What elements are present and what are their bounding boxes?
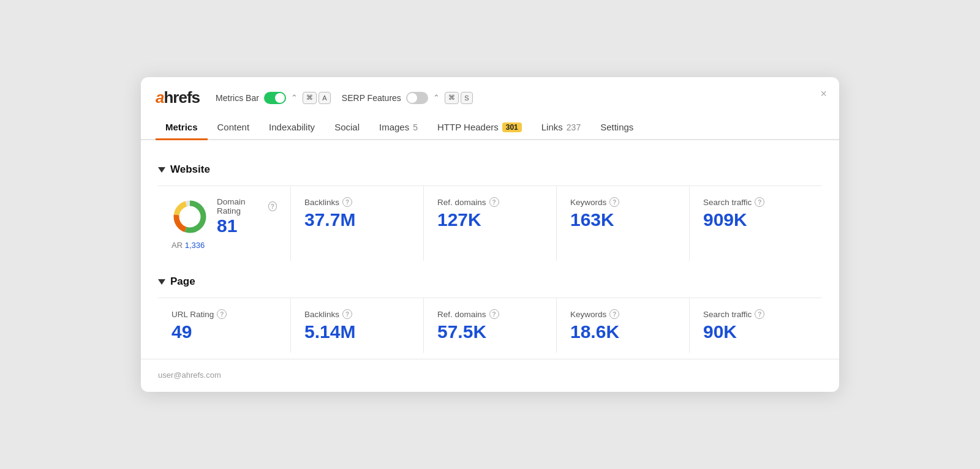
page-backlinks-label: Backlinks ? [304,309,410,319]
website-metric-search-traffic: Search traffic ? 909K [690,186,822,261]
page-backlinks-value: 5.14M [304,321,410,342]
page-metric-backlinks: Backlinks ? 5.14M [291,298,424,353]
tab-images-count: 5 [413,122,418,132]
page-metric-ref-domains: Ref. domains ? 57.5K [424,298,557,353]
domain-rating-value: 81 [217,216,277,236]
website-metric-ref-domains: Ref. domains ? 127K [424,186,557,261]
tab-http-headers-label: HTTP Headers [437,122,499,132]
backlinks-help[interactable]: ? [342,197,352,207]
page-metric-keywords: Keywords ? 18.6K [557,298,690,353]
ar-label: AR [172,241,183,250]
main-content: Website [141,140,839,353]
tab-links[interactable]: Links 237 [532,116,590,140]
website-collapse-icon[interactable] [158,167,165,173]
serp-features-section: SERP Features ⌃ ⌘ S [342,92,473,104]
page-section: Page URL Rating ? 49 Backlinks ? [158,276,822,353]
metrics-bar-kbd2: A [318,92,331,104]
metrics-bar-up-icon[interactable]: ⌃ [291,93,298,102]
tabs-nav: Metrics Content Indexability Social Imag… [141,116,839,140]
page-backlinks-help[interactable]: ? [342,309,352,319]
tab-images-label: Images [379,122,409,132]
metrics-bar-label: Metrics Bar [216,93,259,103]
main-panel: ahrefs Metrics Bar ⌃ ⌘ A SERP Features ⌃… [141,77,839,392]
serp-features-kbd1: ⌘ [445,92,459,104]
tab-content[interactable]: Content [208,116,260,140]
footer: user@ahrefs.com [141,359,839,392]
tab-metrics-label: Metrics [165,122,198,132]
website-metric-backlinks: Backlinks ? 37.7M [291,186,424,261]
ar-value[interactable]: 1,336 [185,241,205,250]
ar-row: AR 1,336 [172,241,205,250]
search-traffic-label: Search traffic ? [703,197,809,207]
tab-content-label: Content [217,122,250,132]
page-keywords-help[interactable]: ? [609,309,619,319]
tab-settings[interactable]: Settings [590,116,643,140]
serp-features-toggle[interactable] [406,92,428,104]
page-search-traffic-label: Search traffic ? [703,309,809,319]
url-rating-value: 49 [172,321,277,342]
website-section: Website [158,163,822,261]
metrics-bar-kbd-group: ⌘ A [303,92,331,104]
ref-domains-help[interactable]: ? [489,197,499,207]
page-metric-url-rating: URL Rating ? 49 [158,298,291,353]
metrics-bar-toggle[interactable] [264,92,286,104]
domain-rating-label: Domain Rating ? [217,197,277,216]
tab-indexability[interactable]: Indexability [259,116,325,140]
url-rating-label: URL Rating ? [172,309,277,319]
serp-features-kbd-group: ⌘ S [445,92,473,104]
logo-rest: hrefs [164,88,200,107]
close-button[interactable]: × [820,88,827,99]
search-traffic-help[interactable]: ? [755,197,764,207]
website-metric-keywords: Keywords ? 163K [557,186,690,261]
page-search-traffic-help[interactable]: ? [755,309,764,319]
keywords-label: Keywords ? [570,197,676,207]
serp-features-label: SERP Features [342,93,401,103]
footer-user: user@ahrefs.com [158,370,221,380]
website-metrics-row: Domain Rating ? 81 AR 1,336 Backlin [158,186,822,261]
website-section-header: Website [158,163,822,176]
tab-social[interactable]: Social [325,116,369,140]
tab-http-headers-badge: 301 [502,122,522,132]
toolbar: ahrefs Metrics Bar ⌃ ⌘ A SERP Features ⌃… [141,77,839,107]
keywords-value: 163K [570,209,676,230]
website-section-title: Website [170,163,210,176]
page-search-traffic-value: 90K [703,321,809,342]
keywords-help[interactable]: ? [609,197,619,207]
dr-top: Domain Rating ? 81 [172,197,277,236]
tab-settings-label: Settings [600,122,633,132]
page-section-header: Page [158,276,822,288]
metrics-bar-kbd1: ⌘ [303,92,317,104]
serp-features-up-icon[interactable]: ⌃ [433,93,440,102]
tab-metrics[interactable]: Metrics [156,116,208,140]
page-collapse-icon[interactable] [158,279,165,285]
website-metric-domain-rating: Domain Rating ? 81 AR 1,336 [158,186,291,261]
page-keywords-label: Keywords ? [570,309,676,319]
donut-svg [172,198,208,235]
serp-features-kbd2: S [461,92,473,104]
page-keywords-value: 18.6K [570,321,676,342]
backlinks-label: Backlinks ? [304,197,410,207]
logo-a: a [156,88,164,107]
tab-links-label: Links [541,122,563,132]
page-metric-search-traffic: Search traffic ? 90K [690,298,822,353]
page-ref-domains-label: Ref. domains ? [437,309,543,319]
tab-social-label: Social [334,122,360,132]
donut-chart [172,198,208,235]
page-section-title: Page [170,276,195,288]
page-ref-domains-value: 57.5K [437,321,543,342]
page-ref-domains-help[interactable]: ? [489,309,499,319]
domain-rating-help[interactable]: ? [268,201,277,211]
tab-links-count: 237 [567,122,581,132]
tab-http-headers[interactable]: HTTP Headers 301 [428,116,532,140]
backlinks-value: 37.7M [304,209,410,230]
tab-images[interactable]: Images 5 [369,116,428,140]
ref-domains-label: Ref. domains ? [437,197,543,207]
logo: ahrefs [156,88,200,107]
ref-domains-value: 127K [437,209,543,230]
tab-indexability-label: Indexability [269,122,315,132]
metrics-bar-section: Metrics Bar ⌃ ⌘ A [216,92,331,104]
dr-values: Domain Rating ? 81 [217,197,277,236]
url-rating-help[interactable]: ? [217,309,227,319]
search-traffic-value: 909K [703,209,809,230]
page-metrics-row: URL Rating ? 49 Backlinks ? 5.14M [158,298,822,353]
